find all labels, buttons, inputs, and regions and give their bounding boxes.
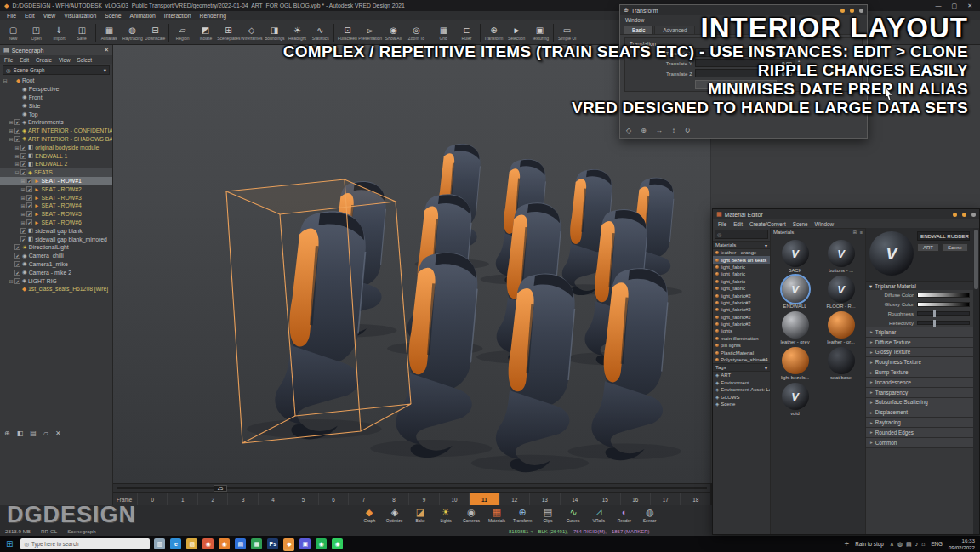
visibility-checkbox[interactable]: ✓ [26, 202, 32, 208]
tree-item-endwall-1[interactable]: ⊞✓◧ENDWALL 1 [0, 151, 112, 160]
visibility-checkbox[interactable]: ✓ [14, 278, 20, 284]
me-menu-window[interactable]: Window [812, 221, 837, 227]
frame-4[interactable]: 4 [258, 493, 288, 506]
tree-expander-icon[interactable]: ⊞ [20, 211, 26, 217]
toolbar-texturing[interactable]: ▣Texturing [528, 25, 551, 41]
frame-9[interactable]: 9 [408, 493, 438, 506]
tree-item-original-bodyside-module[interactable]: ⊞✓◧original bodyside module [0, 143, 112, 151]
panel-close-icon[interactable]: ✕ [104, 47, 109, 54]
slider-handle[interactable] [933, 310, 936, 317]
toolbar-presentation[interactable]: ▻Presentation [359, 25, 382, 41]
tree-item-seats[interactable]: ⊟✓◈SEATS [0, 168, 112, 177]
spinner[interactable]: ▴▾ [798, 60, 800, 66]
taskbar-search[interactable]: ◎ Type here to search [20, 538, 150, 549]
tree-expander-icon[interactable]: ⊞ [20, 186, 26, 192]
spin-down-icon[interactable]: ▾ [798, 63, 800, 66]
dialog-maximize-button[interactable] [850, 9, 854, 13]
spin-down-icon[interactable]: ▾ [798, 53, 800, 56]
material-item[interactable]: light_fabric [713, 278, 770, 285]
visibility-checkbox[interactable]: ✓ [20, 236, 26, 242]
scrollbar-thumb[interactable] [974, 230, 978, 289]
visibility-checkbox[interactable]: ✓ [20, 169, 26, 175]
scenegraph-menu-edit[interactable]: Edit [16, 57, 32, 63]
material-item[interactable]: lights [713, 327, 770, 334]
visibility-checkbox[interactable]: ✓ [20, 228, 26, 234]
material-thumbnail-leather-or[interactable]: leather - or... [819, 311, 863, 344]
toolbar-transform[interactable]: ⊕Transform [482, 25, 505, 41]
language-indicator[interactable]: ENG [931, 541, 943, 547]
section-bump-texture[interactable]: ▸Bump Texture [866, 367, 973, 378]
taskbar-app-firefox[interactable]: ◉ [219, 538, 230, 549]
scenegraph-menu-create[interactable]: Create [32, 57, 55, 63]
material-item[interactable]: PlasticMaterial [713, 349, 770, 356]
section-raytracing[interactable]: ▸Raytracing [866, 418, 973, 428]
tree-expander-icon[interactable]: ⊞ [20, 178, 26, 184]
tree-expander-icon[interactable]: ⊟ [14, 169, 20, 175]
toolbar-new[interactable]: ▢New [2, 25, 25, 41]
tree-item-art-interior-shadows-baked[interactable]: ⊟✓◈ART INTERIOR - SHADOWS BAKED [0, 135, 112, 144]
visibility-checkbox[interactable]: ✓ [20, 145, 26, 151]
tree-expander-icon[interactable]: ⊟ [8, 136, 14, 142]
material-item[interactable]: light_fabric [713, 270, 770, 277]
taskbar-app-whatsapp[interactable]: ◉ [332, 538, 343, 549]
material-thumbnail-leather-grey[interactable]: leather - grey [773, 311, 817, 344]
dock-optimize[interactable]: ◈Optimize [384, 506, 406, 523]
dialog-close-button[interactable] [971, 213, 976, 217]
tree-item-camera1-mike[interactable]: ✓◉Camera1_mike [0, 260, 112, 269]
toolbar-antialias[interactable]: ▦Antialias [98, 25, 121, 41]
section-diffuse-texture[interactable]: ▸Diffuse Texture [866, 338, 973, 348]
material-editor-scrollbar[interactable] [973, 228, 979, 534]
value-field[interactable]: 0.00 [695, 48, 795, 57]
visibility-checkbox[interactable]: ✓ [20, 161, 26, 167]
list-view-icon[interactable]: ≡ [860, 230, 863, 235]
tree-item-endwall-2[interactable]: ⊞✓◧ENDWALL 2 [0, 160, 112, 168]
tree-expander-icon[interactable]: ⊞ [20, 219, 26, 225]
section-displacement[interactable]: ▸Displacement [866, 407, 973, 418]
taskbar-app-chrome[interactable]: ◉ [202, 538, 214, 549]
rotate-tool-icon[interactable]: ↻ [685, 127, 691, 134]
material-thumbnail-light-bezels[interactable]: light bezels... [773, 347, 817, 380]
toolbar-sceneplates[interactable]: ⊞Sceneplates [217, 25, 240, 41]
frame-13[interactable]: 13 [529, 493, 559, 506]
visibility-checkbox[interactable]: ✓ [14, 244, 20, 250]
section-subsurface-scattering[interactable]: ▸Subsurface Scattering [866, 398, 973, 408]
me-menu-create-convert[interactable]: Create/Convert [746, 221, 789, 227]
transform-dialog[interactable]: ⊕ Transform Window BasicAdvanced Transla… [619, 4, 868, 139]
toolbar-grid[interactable]: ▦Grid [432, 25, 455, 41]
taskbar-clock[interactable]: 16:33 09/02/2022 [949, 538, 975, 551]
volume-icon[interactable]: ♪ [915, 541, 919, 548]
material-item[interactable]: light_fabric [713, 264, 770, 270]
dock-render[interactable]: ◐Render [613, 506, 635, 523]
range-end-field[interactable]: 25 [214, 485, 227, 492]
toolbar-isolate[interactable]: ◩Isolate [194, 25, 217, 41]
visibility-checkbox[interactable]: ✓ [14, 119, 20, 125]
taskbar-app-outlook[interactable]: ▤ [235, 538, 246, 549]
dock-curves[interactable]: ∿Curves [562, 506, 584, 523]
toolbar-statistics[interactable]: ∿Statistics [309, 25, 332, 41]
home-icon[interactable]: ⌂ [921, 541, 925, 548]
material-item[interactable]: leather - orange [713, 249, 770, 256]
taskbar-app-edge[interactable]: e [170, 538, 181, 549]
frame-2[interactable]: 2 [197, 493, 227, 506]
transform-menu-window[interactable]: Window [622, 17, 647, 23]
toolbar-selection[interactable]: ►Selection [505, 25, 528, 41]
menu-view[interactable]: View [39, 13, 60, 19]
frame-7[interactable]: 7 [348, 493, 378, 506]
spinner[interactable]: ▴▾ [798, 70, 800, 77]
tag-item[interactable]: ◈ART [713, 372, 770, 378]
button-scene[interactable]: Scene [942, 243, 968, 252]
menu-rendering[interactable]: Rendering [196, 13, 231, 19]
menu-interaction[interactable]: Interaction [160, 13, 196, 19]
frame-16[interactable]: 16 [620, 493, 650, 506]
menu-scene[interactable]: Scene [100, 13, 125, 19]
visibility-checkbox[interactable]: ✓ [26, 195, 32, 201]
thumbnails-dropdown[interactable]: Materials ⊞ ≡ [771, 228, 865, 236]
material-item[interactable]: pin lights [713, 342, 770, 349]
toolbar-fullscreen[interactable]: ⊡Fullscreen [336, 25, 359, 41]
slider-control[interactable] [917, 321, 970, 325]
visibility-checkbox[interactable]: ✓ [26, 186, 32, 192]
color-gradient-control[interactable] [917, 293, 970, 298]
tab-basic[interactable]: Basic [624, 26, 653, 34]
minimize-button[interactable]: — [932, 3, 945, 9]
scenegraph-panel-header[interactable]: ▤ Scenegraph ✕ [0, 45, 112, 55]
